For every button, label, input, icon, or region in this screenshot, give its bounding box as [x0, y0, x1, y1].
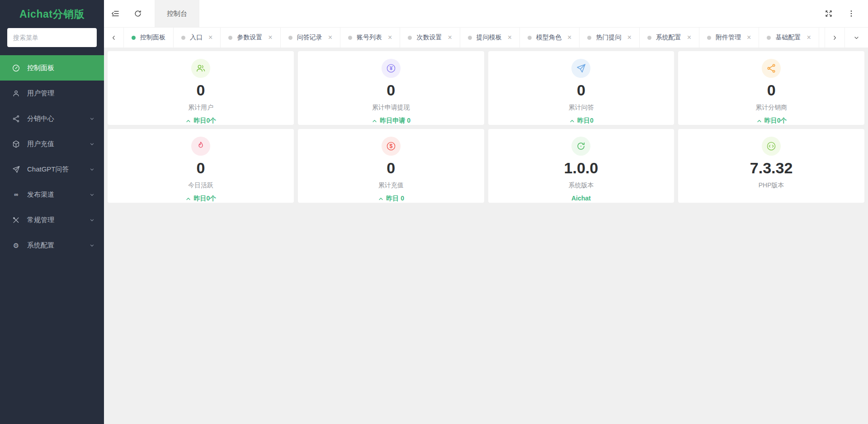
stat-footer-text: 昨日申请 0 [380, 117, 410, 125]
console-header-tab[interactable]: 控制台 [155, 0, 199, 27]
chevron-down-icon [89, 217, 95, 223]
tab-close-icon[interactable]: × [567, 34, 571, 41]
top-header: 控制台 [104, 0, 868, 27]
chevron-left-icon [110, 34, 117, 41]
sidebar-menu-item[interactable]: 常规管理 [0, 207, 104, 233]
tab-status-dot-icon [408, 36, 412, 40]
collapse-sidebar-button[interactable] [104, 0, 127, 27]
tab-close-icon[interactable]: × [448, 34, 452, 41]
tab[interactable]: 参数设置 × [221, 28, 280, 48]
tab-list: 控制面板 × 入口 × 参数设置 × [124, 28, 825, 48]
tab-status-dot-icon [468, 36, 472, 40]
menu-item-label: 系统配置 [27, 241, 54, 250]
stat-label: 累计充值 [378, 181, 404, 190]
stat-value: 0 [196, 160, 205, 176]
tab-status-dot-icon [528, 36, 532, 40]
menu-item-icon [12, 165, 20, 174]
tabs-scroll-left-button[interactable] [104, 28, 124, 48]
stat-footer-text: 昨日 0 [386, 195, 404, 203]
tab-close-icon[interactable]: × [508, 34, 512, 41]
stat-card: 0 累计申请提现 昨日申请 0 [298, 51, 484, 125]
stat-card-icon [576, 141, 586, 152]
stat-card-icon-circle [571, 137, 590, 156]
stat-cards-grid: 0 累计用户 昨日0个 0 累计申请提现 [108, 51, 864, 203]
chevron-up-icon [185, 118, 192, 124]
tab[interactable]: 提问模板 × [460, 28, 520, 48]
stat-card-icon-circle [382, 59, 401, 78]
sidebar-menu-item[interactable]: 控制面板 [0, 55, 104, 81]
tab-label: 系统配置 [656, 33, 681, 42]
stat-card-icon [766, 63, 777, 74]
stat-card-icon [386, 141, 396, 152]
tab-close-icon[interactable]: × [388, 34, 392, 41]
tabs-scroll-right-button[interactable] [825, 28, 844, 48]
tab[interactable]: 入口 × [174, 28, 221, 48]
stat-footer-text: 昨日0个 [193, 117, 216, 125]
tab-label: 账号列表 [357, 33, 382, 42]
menu-item-label: 发布渠道 [27, 191, 54, 199]
stat-footer: 昨日申请 0 [371, 117, 410, 125]
kebab-icon [847, 9, 856, 18]
stat-card-icon-circle [762, 137, 781, 156]
menu-item-icon [12, 191, 20, 199]
sidebar-menu-item[interactable]: 系统配置 [0, 233, 104, 258]
stat-card-icon [195, 63, 206, 74]
tab-close-icon[interactable]: × [807, 34, 811, 41]
tab-close-icon[interactable]: × [747, 34, 751, 41]
refresh-button[interactable] [127, 0, 149, 27]
tab-label: 入口 [190, 33, 203, 42]
stat-card: 0 累计用户 昨日0个 [108, 51, 294, 125]
tab[interactable]: 账号列表 × [340, 28, 400, 48]
tab-close-icon[interactable]: × [208, 34, 212, 41]
tab[interactable]: 控制面板 × [124, 28, 174, 48]
tab[interactable]: 充 × [819, 28, 825, 48]
stat-card: 0 今日活跃 昨日0个 [108, 129, 294, 203]
menu-item-icon [12, 241, 20, 250]
tab-close-icon[interactable]: × [627, 34, 631, 41]
sidebar-menu-item[interactable]: 用户管理 [0, 81, 104, 106]
tab-label: 模型角色 [536, 33, 561, 42]
tab-status-dot-icon [288, 36, 292, 40]
tab-status-dot-icon [767, 36, 771, 40]
tab-close-icon[interactable]: × [268, 34, 272, 41]
stat-label: 累计问答 [568, 104, 594, 112]
tab[interactable]: 问答记录 × [281, 28, 340, 48]
menu-item-label: 控制面板 [27, 64, 54, 72]
stat-footer: 昨日0个 [185, 195, 216, 203]
chevron-down-icon [89, 243, 95, 248]
stat-card-icon-circle [191, 59, 210, 78]
tab[interactable]: 基础配置 × [759, 28, 819, 48]
tab[interactable]: 热门提问 × [580, 28, 639, 48]
tab[interactable]: 附件管理 × [699, 28, 759, 48]
tab[interactable]: 模型角色 × [520, 28, 580, 48]
tab-label: 控制面板 [140, 33, 165, 42]
tab[interactable]: 次数设置 × [400, 28, 460, 48]
sidebar-menu: 控制面板 用户管理 分销中心 用户充值 [0, 55, 104, 424]
menu-item-icon [12, 216, 20, 224]
more-menu-button[interactable] [840, 0, 863, 27]
tab[interactable]: 系统配置 × [640, 28, 699, 48]
menu-item-label: 用户管理 [27, 89, 54, 98]
tabs-dropdown-button[interactable] [844, 28, 868, 48]
menu-item-label: 用户充值 [27, 140, 54, 148]
stat-card: 0 累计分销商 昨日0个 [678, 51, 864, 125]
tab-status-dot-icon [647, 36, 651, 40]
chevron-down-icon [89, 116, 95, 122]
chevron-right-icon [831, 34, 838, 41]
stat-footer: 昨日0 [569, 117, 594, 125]
tab-close-icon[interactable]: × [328, 34, 332, 41]
sidebar-menu-item[interactable]: 用户充值 [0, 131, 104, 157]
sidebar-menu-item[interactable]: 发布渠道 [0, 182, 104, 207]
tab-close-icon[interactable]: × [687, 34, 691, 41]
stat-label: 累计申请提现 [372, 104, 410, 112]
stat-card: 1.0.0 系统版本 Aichat [488, 129, 675, 203]
stat-footer-text: 昨日0 [577, 117, 594, 125]
sidebar-menu-item[interactable]: 分销中心 [0, 106, 104, 131]
sidebar-menu-item[interactable]: ChatGPT问答 [0, 157, 104, 182]
stat-card-icon-circle [191, 137, 210, 156]
tab-label: 附件管理 [716, 33, 741, 42]
search-menu-input[interactable] [7, 28, 97, 47]
stat-label: 系统版本 [568, 181, 594, 190]
stat-value: 1.0.0 [564, 160, 599, 176]
fullscreen-button[interactable] [817, 0, 840, 27]
